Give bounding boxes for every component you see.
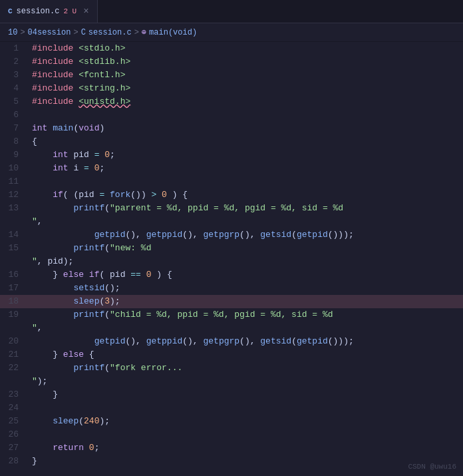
line-content: { (29, 135, 463, 148)
line-number: 4 (0, 82, 29, 95)
line-13: 13 printf("parrent = %d, ppid = %d, pgid… (0, 202, 463, 228)
line-content: } else if( pid == 0 ) { (29, 268, 463, 282)
line-number: 3 (0, 69, 29, 82)
line-number: 21 (0, 348, 29, 361)
tab-close-button[interactable]: × (83, 6, 88, 17)
line-content (29, 401, 463, 415)
line-content: getpid(), getppid(), getpgrp(), getsid(g… (29, 335, 463, 348)
line-9: 9 int pid = 0; (0, 148, 463, 162)
line-22: 22 printf("fork error... "); (0, 361, 463, 388)
line-content: #include <unistd.h> (29, 95, 463, 109)
line-number: 20 (0, 335, 29, 348)
line-11: 11 (0, 175, 463, 188)
line-number: 16 (0, 268, 29, 282)
line-24: 24 (0, 401, 463, 415)
line-number: 11 (0, 175, 29, 188)
breadcrumb-file: session.c (88, 28, 132, 37)
line-content: printf("new: %d ", pid); (29, 242, 463, 268)
line-content: } (29, 455, 463, 468)
line-number: 22 (0, 361, 29, 388)
line-1: 1#include <stdio.h> (0, 42, 463, 55)
line-number: 13 (0, 202, 29, 228)
line-number: 24 (0, 401, 29, 415)
line-25: 25 sleep(240); (0, 415, 463, 428)
line-26: 26 (0, 428, 463, 441)
editor: 1#include <stdio.h>2#include <stdlib.h>3… (0, 42, 463, 476)
line-content: int pid = 0; (29, 148, 463, 162)
line-5: 5#include <unistd.h> (0, 95, 463, 109)
line-content (29, 109, 463, 122)
line-18: 18 sleep(3); (0, 295, 463, 308)
breadcrumb-folder: 04session (28, 28, 71, 37)
line-number: 28 (0, 455, 29, 468)
line-content: #include <string.h> (29, 82, 463, 95)
line-2: 2#include <stdlib.h> (0, 55, 463, 69)
line-21: 21 } else { (0, 348, 463, 361)
line-content: sleep(240); (29, 415, 463, 428)
line-content: sleep(3); (29, 295, 463, 308)
breadcrumb-sep3: > (134, 28, 139, 37)
line-content: return 0; (29, 441, 463, 455)
tab-session-c[interactable]: C session.c 2 U × (0, 0, 98, 23)
line-8: 8{ (0, 135, 463, 148)
line-number: 10 (0, 162, 29, 175)
line-content (29, 428, 463, 441)
line-12: 12 if( (pid = fork()) > 0 ) { (0, 188, 463, 202)
line-number: 2 (0, 55, 29, 69)
breadcrumb-func: main(void) (149, 28, 197, 37)
line-content: printf("fork error... "); (29, 361, 463, 388)
line-content: printf("child = %d, ppid = %d, pgid = %d… (29, 308, 463, 335)
tab-lang-icon: C (8, 7, 13, 15)
line-content: #include <fcntl.h> (29, 69, 463, 82)
line-number: 6 (0, 109, 29, 122)
line-number: 8 (0, 135, 29, 148)
line-content: int main(void) (29, 122, 463, 135)
line-14: 14 getpid(), getppid(), getpgrp(), getsi… (0, 228, 463, 242)
line-content: setsid(); (29, 282, 463, 295)
breadcrumb-folder-num: 10 (8, 28, 17, 37)
line-23: 23 } (0, 388, 463, 401)
line-number: 15 (0, 242, 29, 268)
line-content: getpid(), getppid(), getpgrp(), getsid(g… (29, 228, 463, 242)
tab-badge: 2 U (63, 7, 77, 15)
line-number: 12 (0, 188, 29, 202)
line-4: 4#include <string.h> (0, 82, 463, 95)
line-number: 18 (0, 295, 29, 308)
line-content: #include <stdlib.h> (29, 55, 463, 69)
tab-filename: session.c (17, 7, 60, 16)
line-number: 26 (0, 428, 29, 441)
line-6: 6 (0, 109, 463, 122)
line-3: 3#include <fcntl.h> (0, 69, 463, 82)
breadcrumb-lang: C (81, 28, 86, 37)
line-number: 23 (0, 388, 29, 401)
line-content: printf("parrent = %d, ppid = %d, pgid = … (29, 202, 463, 228)
line-20: 20 getpid(), getppid(), getpgrp(), getsi… (0, 335, 463, 348)
watermark: CSDN @uwu16 (408, 463, 456, 471)
line-15: 15 printf("new: %d ", pid); (0, 242, 463, 268)
line-number: 9 (0, 148, 29, 162)
line-content: if( (pid = fork()) > 0 ) { (29, 188, 463, 202)
line-number: 14 (0, 228, 29, 242)
line-27: 27 return 0; (0, 441, 463, 455)
line-number: 25 (0, 415, 29, 428)
line-number: 27 (0, 441, 29, 455)
line-7: 7int main(void) (0, 122, 463, 135)
breadcrumb-sep1: > (20, 28, 25, 37)
line-number: 5 (0, 95, 29, 109)
line-number: 7 (0, 122, 29, 135)
breadcrumb: 10 > 04session > C session.c > ⊕ main(vo… (0, 23, 463, 42)
line-17: 17 setsid(); (0, 282, 463, 295)
line-content (29, 175, 463, 188)
tab-bar: C session.c 2 U × (0, 0, 463, 23)
line-28: 28} (0, 455, 463, 468)
breadcrumb-func-icon: ⊕ (142, 27, 146, 37)
breadcrumb-sep2: > (73, 28, 78, 37)
line-content: int i = 0; (29, 162, 463, 175)
line-16: 16 } else if( pid == 0 ) { (0, 268, 463, 282)
line-10: 10 int i = 0; (0, 162, 463, 175)
line-number: 19 (0, 308, 29, 335)
line-19: 19 printf("child = %d, ppid = %d, pgid =… (0, 308, 463, 335)
line-number: 17 (0, 282, 29, 295)
line-content: #include <stdio.h> (29, 42, 463, 55)
line-content: } (29, 388, 463, 401)
